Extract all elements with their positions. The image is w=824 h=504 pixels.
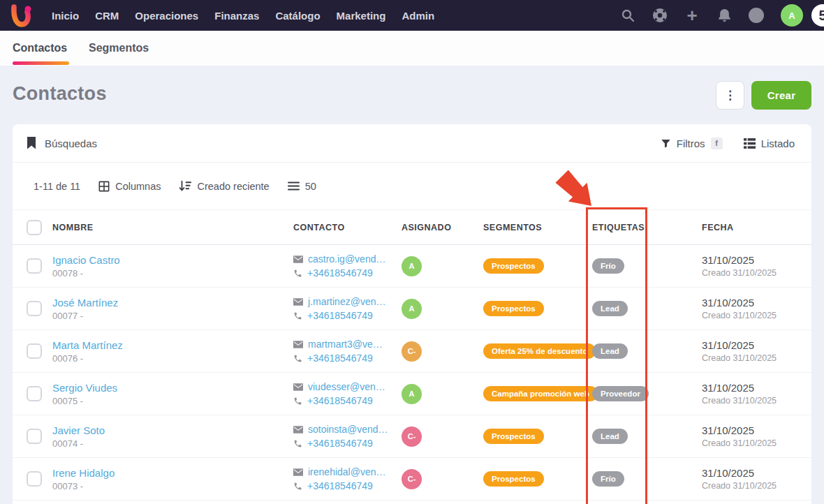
tab-contactos[interactable]: Contactos [13,31,67,66]
assigned-avatar[interactable]: C- [402,469,422,489]
date-created: Creado 31/10/2025 [702,481,811,491]
contact-phone-link[interactable]: +34618546749 [293,309,402,323]
columns-grid-icon [98,181,110,192]
nav-item-catalogo[interactable]: Catálogo [275,10,320,22]
phone-icon [293,396,302,406]
columns-button[interactable]: Columnas [98,181,161,192]
nav-item-admin[interactable]: Admin [402,10,434,22]
nav-item-finanzas[interactable]: Finanzas [214,10,259,22]
row-checkbox[interactable] [27,471,42,487]
page-size-icon [288,181,300,191]
sort-descending-icon [179,180,191,192]
tab-segmentos[interactable]: Segmentos [89,31,149,66]
contact-phone-link[interactable]: +34618546749 [293,436,402,450]
contact-name-link[interactable]: Irene Hidalgo [52,467,293,479]
email-icon [293,383,303,391]
table-row[interactable]: Ignacio Castro 00078 - castro.ig@vend… +… [13,245,811,288]
table-row[interactable]: Irene Hidalgo 00073 - irenehidal@ven… +3… [13,458,811,501]
segment-badge[interactable]: Prospectos [483,301,544,316]
contact-email-link[interactable]: martmart3@ve… [293,337,402,351]
tag-badge[interactable]: Lead [592,343,628,359]
user-avatar[interactable]: A [781,4,803,27]
trial-counter-badge[interactable]: 5 [811,4,824,27]
page-size-button[interactable]: 50 [288,181,316,192]
tag-badge[interactable]: Frío [592,258,624,274]
table-row[interactable]: Sergio Viudes 00075 - viudesser@ven… +34… [13,373,811,415]
list-view-label: Listado [761,138,795,149]
row-checkbox[interactable] [27,386,42,401]
select-all-checkbox[interactable] [27,220,42,235]
contact-phone-link[interactable]: +34618546749 [293,479,402,493]
saved-searches-label: Búsquedas [45,138,97,149]
contact-email-link[interactable]: j.martinez@ven… [293,295,402,309]
navbar-actions: + A 5 [620,0,824,31]
date-value: 31/10/2025 [702,382,811,394]
segment-badge[interactable]: Prospectos [483,429,544,444]
row-checkbox[interactable] [27,301,42,316]
saved-searches-button[interactable]: Búsquedas [27,137,97,149]
assigned-avatar[interactable]: A [402,384,422,404]
create-button[interactable]: Crear [751,81,811,110]
col-header-contacto[interactable]: CONTACTO [293,223,402,232]
assigned-avatar[interactable]: A [402,256,422,276]
nav-item-inicio[interactable]: Inicio [52,10,79,22]
nav-item-crm[interactable]: CRM [95,10,119,22]
date-value: 31/10/2025 [702,424,811,436]
col-header-nombre[interactable]: NOMBRE [52,223,293,232]
segment-badge[interactable]: Prospectos [483,258,544,274]
kebab-icon: ⋮ [724,88,736,103]
phone-icon [293,354,302,363]
segment-badge[interactable]: Oferta 25% de descuento [483,343,596,359]
tag-badge[interactable]: Lead [592,301,628,316]
support-ring-icon[interactable] [652,8,668,23]
table-row[interactable]: Marta Martínez 00076 - martmart3@ve… +34… [13,330,811,373]
contact-name-link[interactable]: Ignacio Castro [52,254,293,266]
add-icon[interactable]: + [684,8,700,23]
more-options-button[interactable]: ⋮ [716,81,744,110]
table-row[interactable]: José Martínez 00077 - j.martinez@ven… +3… [13,288,811,330]
filters-button[interactable]: Filtros f [661,138,723,149]
result-range-label: 1-11 de 11 [34,181,80,192]
tag-badge[interactable]: Frío [592,471,624,487]
contact-email-link[interactable]: viudesser@ven… [293,380,402,394]
row-checkbox[interactable] [27,258,42,274]
date-created: Creado 31/10/2025 [702,311,811,320]
email-icon [293,298,303,306]
contact-phone-link[interactable]: +34618546749 [293,394,402,408]
assigned-avatar[interactable]: A [402,299,422,319]
contact-phone-link[interactable]: +34618546749 [293,266,402,280]
row-checkbox[interactable] [27,429,42,444]
saved-searches-row: Búsquedas Filtros f Lista [13,124,811,163]
nav-item-operaciones[interactable]: Operaciones [135,10,198,22]
brand-logo-icon[interactable] [8,3,34,28]
col-header-fecha[interactable]: FECHA [702,223,811,232]
nav-item-marketing[interactable]: Marketing [337,10,386,22]
col-header-etiquetas[interactable]: ETIQUETAS [592,223,702,232]
col-header-asignado[interactable]: ASIGNADO [402,223,483,232]
tag-badge[interactable]: Proveedor [592,386,649,401]
table-row[interactable]: Javier Soto 00074 - sotoinsta@vend… +346… [13,415,811,458]
contact-name-link[interactable]: Marta Martínez [52,339,293,351]
sort-button[interactable]: Creado reciente [179,180,269,192]
top-navbar: Inicio CRM Operaciones Finanzas Catálogo… [0,0,824,31]
contact-id: 00076 - [52,353,293,364]
contact-name-link[interactable]: José Martínez [52,297,293,309]
assigned-avatar[interactable]: C- [402,427,422,447]
contact-email-link[interactable]: castro.ig@vend… [293,252,402,266]
contact-phone-link[interactable]: +34618546749 [293,351,402,365]
assigned-avatar[interactable]: C- [402,341,422,362]
row-checkbox[interactable] [27,343,42,359]
col-header-segmentos[interactable]: SEGMENTOS [483,223,592,232]
contact-email-link[interactable]: irenehidal@ven… [293,465,402,479]
search-icon[interactable] [620,8,635,23]
tag-badge[interactable]: Lead [592,429,628,444]
contact-email-link[interactable]: sotoinsta@vend… [293,422,402,436]
profile-placeholder-icon[interactable] [749,8,764,23]
segment-badge[interactable]: Campaña promoción web [483,386,598,401]
contact-name-link[interactable]: Javier Soto [52,424,293,436]
segment-badge[interactable]: Prospectos [483,471,544,487]
contact-id: 00075 - [52,396,293,406]
list-view-button[interactable]: Listado [744,138,795,149]
notifications-bell-icon[interactable] [716,8,732,23]
contact-name-link[interactable]: Sergio Viudes [52,382,293,394]
